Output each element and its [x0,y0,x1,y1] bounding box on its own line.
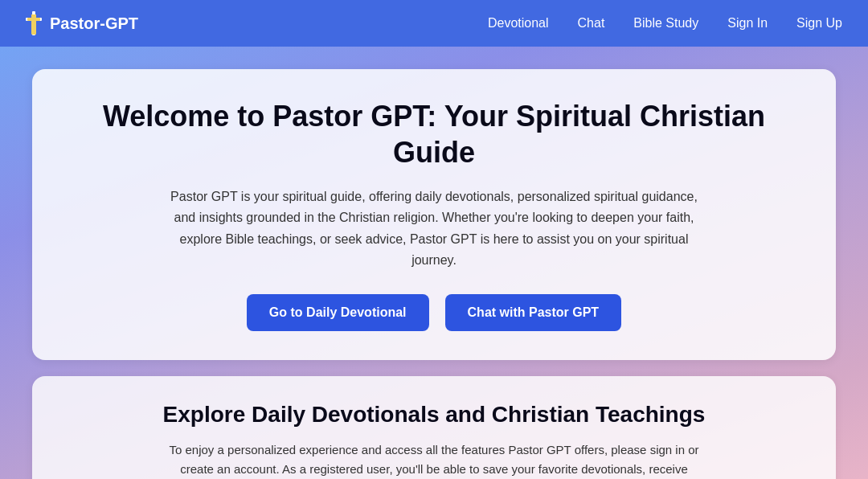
chat-with-pastor-button[interactable]: Chat with Pastor GPT [445,294,622,331]
hero-description: Pastor GPT is your spiritual guide, offe… [161,186,707,272]
nav-sign-up[interactable]: Sign Up [796,16,842,30]
navbar-links: Devotional Chat Bible Study Sign In Sign… [488,16,842,31]
hero-card: Welcome to Pastor GPT: Your Spiritual Ch… [32,69,836,360]
nav-devotional[interactable]: Devotional [488,16,549,30]
secondary-description: To enjoy a personalized experience and a… [161,440,707,479]
page-content: Welcome to Pastor GPT: Your Spiritual Ch… [0,47,868,479]
secondary-card: Explore Daily Devotionals and Christian … [32,376,836,479]
nav-chat[interactable]: Chat [578,16,605,30]
nav-bible-study[interactable]: Bible Study [633,16,698,30]
brand-name: Pastor-GPT [50,14,138,33]
svg-rect-4 [27,18,40,21]
svg-rect-3 [31,14,36,35]
hero-title: Welcome to Pastor GPT: Your Spiritual Ch… [80,98,788,170]
navbar: Pastor-GPT Devotional Chat Bible Study S… [0,0,868,47]
go-to-devotional-button[interactable]: Go to Daily Devotional [247,294,429,331]
hero-buttons: Go to Daily Devotional Chat with Pastor … [80,294,788,331]
secondary-title: Explore Daily Devotionals and Christian … [80,402,788,428]
cross-icon [26,11,42,35]
brand-logo[interactable]: Pastor-GPT [26,11,138,35]
nav-sign-in[interactable]: Sign In [727,16,768,30]
